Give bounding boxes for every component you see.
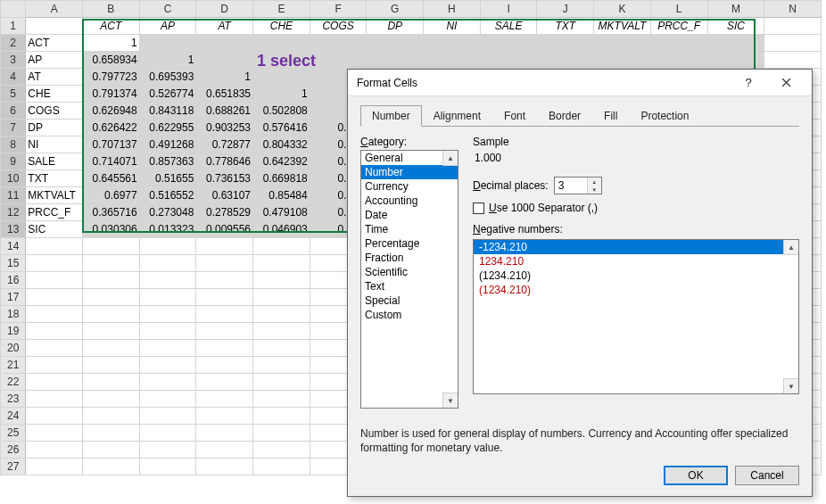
- cell[interactable]: MKTVALT: [594, 18, 651, 35]
- category-item[interactable]: Number: [361, 165, 458, 179]
- column-header[interactable]: A: [26, 1, 83, 18]
- cell[interactable]: [139, 35, 196, 52]
- row-header[interactable]: 24: [1, 408, 26, 425]
- row-header[interactable]: 3: [1, 52, 26, 69]
- cell[interactable]: 0.63107: [196, 187, 253, 204]
- cell[interactable]: [253, 425, 310, 442]
- cell[interactable]: PRCC_F: [650, 18, 707, 35]
- close-button[interactable]: [767, 70, 805, 95]
- category-listbox[interactable]: ▲ ▼ GeneralNumberCurrencyAccountingDateT…: [360, 150, 458, 409]
- row-header[interactable]: 23: [1, 391, 26, 408]
- decimal-places-input[interactable]: [555, 178, 587, 194]
- spin-up-icon[interactable]: ▲: [588, 178, 601, 186]
- cell[interactable]: [253, 272, 310, 289]
- column-header[interactable]: J: [537, 1, 594, 18]
- cell[interactable]: [139, 306, 196, 323]
- row-header[interactable]: 15: [1, 255, 26, 272]
- tab-protection[interactable]: Protection: [629, 105, 700, 127]
- cell[interactable]: [82, 425, 139, 442]
- cell[interactable]: [82, 374, 139, 391]
- cell[interactable]: AP: [26, 52, 83, 69]
- cell[interactable]: [196, 255, 253, 272]
- cell[interactable]: [196, 52, 253, 69]
- cell[interactable]: DP: [26, 120, 83, 136]
- cell[interactable]: [650, 52, 707, 69]
- column-header[interactable]: L: [650, 1, 707, 18]
- cell[interactable]: [196, 408, 253, 425]
- tab-border[interactable]: Border: [537, 105, 592, 127]
- negative-option[interactable]: 1234.210: [474, 254, 798, 269]
- cell[interactable]: 1: [139, 52, 196, 69]
- scroll-up-icon[interactable]: ▲: [783, 240, 798, 255]
- cell[interactable]: [139, 425, 196, 442]
- cell[interactable]: [480, 52, 537, 69]
- cell[interactable]: [26, 340, 83, 357]
- cell[interactable]: 1: [196, 69, 253, 86]
- cell[interactable]: 0.013323: [139, 221, 196, 238]
- cell[interactable]: [196, 340, 253, 357]
- row-header[interactable]: 21: [1, 357, 26, 374]
- row-header[interactable]: 25: [1, 425, 26, 442]
- cell[interactable]: [253, 408, 310, 425]
- cell[interactable]: 1: [82, 35, 139, 52]
- cell[interactable]: [196, 459, 253, 475]
- row-header[interactable]: 27: [1, 459, 26, 475]
- cell[interactable]: 0.576416: [253, 120, 310, 136]
- cell[interactable]: [764, 35, 822, 52]
- row-header[interactable]: 11: [1, 187, 26, 204]
- cell[interactable]: 0.85484: [253, 187, 310, 204]
- cell[interactable]: MKTVALT: [26, 187, 83, 204]
- cell[interactable]: [594, 35, 651, 52]
- row-header[interactable]: 19: [1, 323, 26, 340]
- cell[interactable]: [139, 374, 196, 391]
- cell[interactable]: [26, 357, 83, 374]
- column-header[interactable]: N: [764, 1, 822, 18]
- cell[interactable]: AT: [26, 69, 83, 86]
- cell[interactable]: 0.6977: [82, 187, 139, 204]
- cell[interactable]: [82, 272, 139, 289]
- row-header[interactable]: 26: [1, 442, 26, 459]
- cell[interactable]: [196, 357, 253, 374]
- cell[interactable]: [367, 52, 424, 69]
- cell[interactable]: AT: [196, 18, 253, 35]
- cell[interactable]: CHE: [26, 86, 83, 103]
- cell[interactable]: [253, 306, 310, 323]
- cell[interactable]: [310, 35, 367, 52]
- cell[interactable]: NI: [424, 18, 481, 35]
- row-header[interactable]: 22: [1, 374, 26, 391]
- cell[interactable]: TXT: [537, 18, 594, 35]
- category-item[interactable]: Text: [361, 279, 458, 293]
- cell[interactable]: [26, 306, 83, 323]
- cell[interactable]: 0.857363: [139, 153, 196, 170]
- category-item[interactable]: Time: [361, 222, 458, 236]
- cell[interactable]: [310, 52, 367, 69]
- cell[interactable]: [253, 238, 310, 255]
- cell[interactable]: [139, 238, 196, 255]
- cell[interactable]: [196, 306, 253, 323]
- cell[interactable]: [424, 52, 481, 69]
- category-item[interactable]: Fraction: [361, 251, 458, 265]
- scroll-down-icon[interactable]: ▼: [783, 378, 798, 393]
- cell[interactable]: [139, 357, 196, 374]
- scroll-down-icon[interactable]: ▼: [442, 392, 458, 408]
- cell[interactable]: 0.797723: [82, 69, 139, 86]
- cell[interactable]: [537, 35, 594, 52]
- select-all-corner[interactable]: [1, 1, 26, 18]
- cell[interactable]: [139, 323, 196, 340]
- cell[interactable]: [82, 408, 139, 425]
- cell[interactable]: [26, 391, 83, 408]
- cancel-button[interactable]: Cancel: [735, 466, 799, 485]
- cell[interactable]: 0.791374: [82, 86, 139, 103]
- cell[interactable]: [594, 52, 651, 69]
- row-header[interactable]: 2: [1, 35, 26, 52]
- row-header[interactable]: 10: [1, 170, 26, 187]
- cell[interactable]: [26, 374, 83, 391]
- cell[interactable]: 0.626948: [82, 103, 139, 120]
- cell[interactable]: 0.516552: [139, 187, 196, 204]
- row-header[interactable]: 20: [1, 340, 26, 357]
- cell[interactable]: [82, 442, 139, 459]
- negative-numbers-listbox[interactable]: ▲ ▼ -1234.2101234.210(1234.210)(1234.210…: [473, 239, 799, 394]
- cell[interactable]: [253, 52, 310, 69]
- cell[interactable]: [82, 459, 139, 475]
- cell[interactable]: 0.626422: [82, 120, 139, 136]
